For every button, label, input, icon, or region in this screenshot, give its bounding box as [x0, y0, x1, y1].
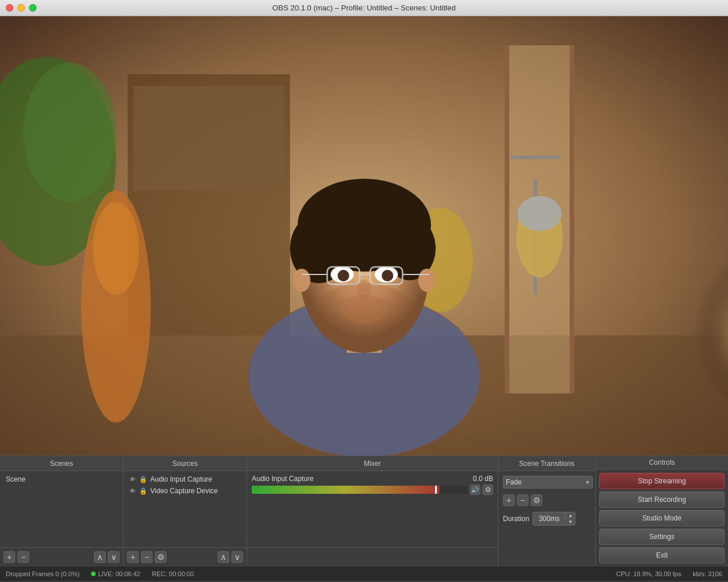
cpu-status: CPU: 18.9%, 30.00 fps: [616, 570, 681, 577]
mixer-bar-fill: [252, 486, 440, 494]
sources-move-down-button[interactable]: ∨: [231, 551, 243, 563]
video-canvas: [0, 16, 728, 456]
mixer-bar[interactable]: [252, 486, 468, 494]
transitions-header: Scene Transitions: [498, 456, 595, 471]
statusbar: Dropped Frames 0 (0.0%) LIVE: 00:06:42 R…: [0, 566, 728, 581]
scenes-panel: Scenes Scene + − ∧ ∨: [0, 456, 124, 566]
transitions-content: Fade ▼ + − ⚙ Duration ▲ ▼: [498, 471, 595, 566]
source-name-audio: Audio Input Capture: [150, 475, 212, 483]
mixer-settings-button[interactable]: ⚙: [483, 485, 493, 495]
close-button[interactable]: [6, 4, 13, 12]
mixer-content: Audio Input Capture 0.0 dB 🔊 ⚙: [247, 471, 498, 547]
source-item-audio[interactable]: 👁 🔒 Audio Input Capture: [126, 473, 244, 485]
cpu-label: CPU: 18.9%, 30.00 fps: [616, 570, 681, 577]
source-item-video[interactable]: 👁 🔒 Video Capture Device: [126, 485, 244, 497]
titlebar: OBS 20.1.0 (mac) – Profile: Untitled – S…: [0, 0, 728, 16]
mixer-panel: Mixer Audio Input Capture 0.0 dB 🔊 ⚙: [247, 456, 498, 566]
mixer-track-db: 0.0 dB: [473, 475, 493, 483]
duration-up-button[interactable]: ▲: [566, 512, 575, 519]
mixer-header: Mixer: [247, 456, 498, 471]
duration-input-wrap: ▲ ▼: [533, 512, 575, 526]
sources-panel: Sources 👁 🔒 Audio Input Capture 👁 🔒 Vide…: [124, 456, 247, 566]
mixer-track-header: Audio Input Capture 0.0 dB: [252, 475, 493, 483]
sources-move-up-button[interactable]: ∧: [218, 551, 229, 563]
controls-header: Controls: [596, 456, 728, 469]
transitions-add-row: + − ⚙: [503, 494, 591, 506]
scenes-remove-button[interactable]: −: [17, 551, 29, 563]
transitions-add-button[interactable]: +: [503, 494, 515, 506]
eye-icon: 👁: [128, 475, 136, 483]
rec-status: REC: 00:00:00: [152, 570, 194, 577]
scenes-header: Scenes: [0, 456, 123, 471]
svg-point-15: [517, 196, 562, 231]
scene-item[interactable]: Scene: [2, 473, 121, 485]
dropped-frames-status: Dropped Frames 0 (0.0%): [6, 570, 79, 577]
svg-rect-5: [505, 45, 509, 393]
live-label: LIVE: 00:06:42: [98, 570, 140, 577]
scenes-list: Scene: [0, 471, 123, 547]
start-recording-button[interactable]: Start Recording: [599, 491, 725, 508]
scenes-move-down-button[interactable]: ∨: [108, 551, 119, 563]
sources-header: Sources: [124, 456, 247, 471]
minimize-button[interactable]: [17, 4, 25, 12]
studio-mode-button[interactable]: Studio Mode: [599, 510, 725, 526]
mixer-track-name: Audio Input Capture: [252, 475, 314, 483]
transitions-remove-button[interactable]: −: [517, 494, 528, 506]
duration-spinner: ▲ ▼: [565, 512, 575, 525]
svg-rect-6: [570, 45, 574, 393]
scenes-toolbar: + − ∧ ∨: [0, 547, 123, 566]
transitions-type-select[interactable]: Fade: [503, 476, 593, 489]
source-name-video: Video Capture Device: [150, 487, 218, 495]
mixer-toolbar: [247, 547, 498, 566]
rec-label: REC: 00:00:00: [152, 570, 194, 577]
kbps-status: kb/s: 3106: [693, 570, 722, 577]
scenes-move-up-button[interactable]: ∧: [94, 551, 106, 563]
svg-rect-13: [510, 156, 560, 159]
svg-point-37: [318, 283, 411, 330]
lock-icon: 🔒: [139, 475, 147, 483]
mixer-bar-handle[interactable]: [435, 486, 437, 494]
video-preview: [0, 16, 728, 456]
svg-point-8: [23, 63, 116, 202]
mute-button[interactable]: 🔊: [470, 485, 480, 495]
duration-down-button[interactable]: ▼: [566, 519, 575, 525]
sources-add-button[interactable]: +: [127, 551, 139, 563]
sources-list: 👁 🔒 Audio Input Capture 👁 🔒 Video Captur…: [124, 471, 247, 547]
window-title: OBS 20.1.0 (mac) – Profile: Untitled – S…: [273, 3, 456, 12]
exit-button[interactable]: Exit: [599, 547, 725, 563]
eye-icon-2: 👁: [128, 487, 136, 495]
mixer-fader-row: 🔊 ⚙: [252, 485, 493, 495]
kbps-label: kb/s: 3106: [693, 570, 722, 577]
controls-content: Stop Streaming Start Recording Studio Mo…: [596, 469, 728, 567]
svg-rect-3: [133, 86, 284, 190]
stop-streaming-button[interactable]: Stop Streaming: [599, 473, 725, 489]
transitions-panel: Scene Transitions Fade ▼ + − ⚙ Duration …: [498, 456, 596, 566]
settings-button[interactable]: Settings: [599, 529, 725, 545]
scenes-add-button[interactable]: +: [3, 551, 15, 563]
svg-point-10: [93, 202, 139, 295]
window-controls[interactable]: [6, 4, 37, 12]
duration-label: Duration: [503, 515, 529, 523]
preview-area: [0, 16, 728, 456]
bottom-panels: Scenes Scene + − ∧ ∨ Sources 👁 🔒 Audio I…: [0, 456, 728, 566]
duration-input[interactable]: [533, 514, 565, 524]
duration-row: Duration ▲ ▼: [503, 512, 591, 526]
transitions-settings-button[interactable]: ⚙: [531, 494, 542, 506]
controls-panel: Controls Stop Streaming Start Recording …: [596, 456, 728, 566]
live-status: LIVE: 00:06:42: [91, 570, 140, 577]
lock-icon-2: 🔒: [139, 487, 147, 495]
sources-remove-button[interactable]: −: [141, 551, 153, 563]
live-indicator-dot: [91, 572, 96, 576]
dropped-frames-label: Dropped Frames 0 (0.0%): [6, 570, 79, 577]
sources-settings-button[interactable]: ⚙: [155, 551, 166, 563]
svg-point-25: [418, 269, 436, 292]
mixer-track-audio: Audio Input Capture 0.0 dB 🔊 ⚙: [252, 475, 493, 495]
sources-toolbar: + − ⚙ ∧ ∨: [124, 547, 247, 566]
svg-point-29: [382, 270, 393, 281]
transitions-select-row: Fade ▼: [503, 476, 591, 489]
maximize-button[interactable]: [29, 4, 37, 12]
svg-point-24: [293, 269, 310, 292]
svg-point-28: [338, 270, 349, 281]
